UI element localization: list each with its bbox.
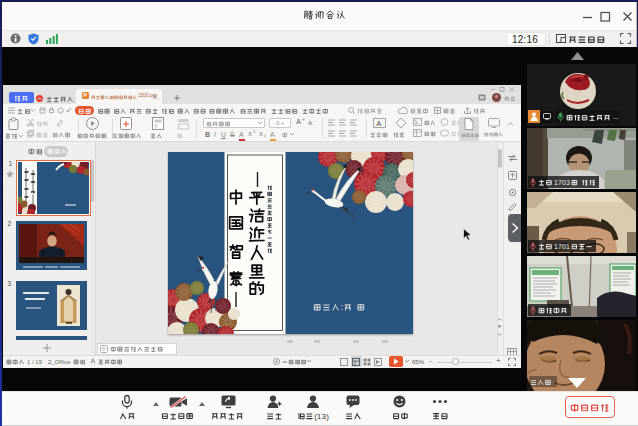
svg-text::: :: [340, 302, 342, 312]
svg-text:A: A: [377, 120, 382, 127]
svg-text:1: 1: [566, 243, 570, 250]
svg-text:3: 3: [566, 179, 570, 186]
svg-text:): ): [326, 412, 329, 421]
